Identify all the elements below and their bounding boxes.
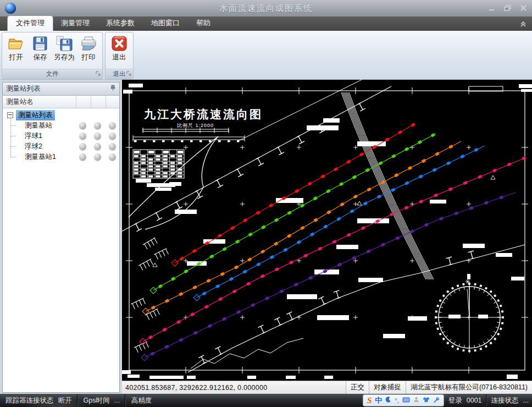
titlebar: 水面流速流向成图系统 bbox=[0, 0, 532, 17]
save-as-icon bbox=[56, 35, 73, 52]
led-indicator bbox=[94, 122, 101, 129]
svg-text:九江大桥流速流向图: 九江大桥流速流向图 bbox=[143, 108, 263, 120]
ribbon: 打开保存另存为打印文件退出退出 bbox=[0, 31, 532, 80]
button-label: 保存 bbox=[34, 53, 47, 62]
pushpin-icon[interactable] bbox=[110, 85, 116, 93]
keyboard-icon[interactable] bbox=[402, 397, 410, 404]
status-leds bbox=[79, 143, 116, 150]
osnap-toggle[interactable]: 对象捕捉 bbox=[369, 381, 406, 394]
connection-label: 连接状态 bbox=[491, 396, 519, 405]
save-as-button[interactable]: 另存为 bbox=[52, 34, 76, 69]
tab-3[interactable]: 系统参数 bbox=[98, 16, 143, 31]
print-button[interactable]: 打印 bbox=[76, 34, 101, 69]
led-indicator bbox=[94, 133, 101, 140]
flow-line-3 bbox=[142, 141, 461, 315]
login-label: 登录 bbox=[448, 396, 462, 405]
moon-icon[interactable] bbox=[385, 397, 391, 405]
status-leds bbox=[79, 133, 116, 140]
led-indicator bbox=[79, 143, 86, 150]
open-folder-icon bbox=[7, 35, 25, 52]
column-3[interactable] bbox=[106, 96, 119, 108]
led-indicator bbox=[94, 153, 101, 161]
minimize-button[interactable] bbox=[489, 6, 495, 12]
tree-item-2[interactable]: 浮球1 bbox=[3, 131, 119, 141]
tab-1[interactable]: 文件管理 bbox=[8, 16, 53, 31]
panel-title: 测量站列表 bbox=[6, 84, 41, 94]
group-label: 退出 bbox=[106, 69, 133, 79]
sogou-icon[interactable]: S bbox=[367, 396, 372, 405]
dialog-launcher-icon[interactable] bbox=[96, 70, 101, 77]
ortho-toggle[interactable]: 正交 bbox=[346, 381, 369, 394]
station-tree: 测量站列表测量基站浮球1浮球2测量基站1 bbox=[3, 108, 119, 392]
open-folder-button[interactable]: 打开 bbox=[4, 34, 28, 69]
print-icon bbox=[80, 35, 97, 52]
window-controls bbox=[489, 5, 527, 12]
connection-value: ... bbox=[523, 397, 529, 404]
menu-tabbar: 文件管理测量管理系统参数地图窗口帮助 bbox=[0, 16, 532, 31]
led-indicator bbox=[79, 153, 86, 161]
wrench-icon[interactable] bbox=[433, 397, 440, 405]
statusbar-segment-2: Gps时间... bbox=[77, 394, 125, 407]
punctuation-icon[interactable]: °, bbox=[395, 397, 398, 404]
list-column-header: 测量站名 bbox=[3, 96, 119, 108]
button-label: 打开 bbox=[9, 53, 23, 62]
company-label: 湖北蓝宇航标有限公司(0716-8320811) bbox=[406, 381, 532, 394]
led-indicator bbox=[109, 133, 116, 140]
led-indicator bbox=[109, 122, 116, 129]
ime-toolbar[interactable]: S 中 °, bbox=[363, 394, 444, 406]
status-leds bbox=[79, 122, 116, 129]
button-label: 打印 bbox=[82, 53, 96, 62]
login-value: 0001 bbox=[467, 397, 482, 404]
column-2[interactable] bbox=[91, 96, 106, 108]
chinese-mode-icon[interactable]: 中 bbox=[375, 395, 382, 405]
skin-icon[interactable] bbox=[423, 397, 430, 404]
window-title: 水面流速流向成图系统 bbox=[0, 3, 532, 14]
app-statusbar: 跟踪器连接状态断开Gps时间...高精度 S 中 °, 登录 0001 bbox=[0, 394, 532, 407]
group-label: 文件 bbox=[2, 69, 102, 79]
restore-button[interactable] bbox=[504, 5, 511, 12]
statusbar-segment-1: 跟踪器连接状态断开 bbox=[0, 394, 77, 407]
exit-icon bbox=[110, 35, 128, 52]
button-label: 另存为 bbox=[54, 53, 75, 62]
ribbon-collapse-icon[interactable] bbox=[520, 20, 527, 30]
column-station-name[interactable]: 测量站名 bbox=[3, 96, 76, 108]
statusbar-divider bbox=[486, 394, 487, 406]
statusbar-segment-3: 高精度 bbox=[125, 394, 158, 407]
map-viewport[interactable]: 九江大桥流速流向图比例尺 1:2000 bbox=[122, 80, 532, 381]
save-button[interactable]: 保存 bbox=[28, 34, 52, 69]
flow-line-6 bbox=[141, 193, 516, 361]
person-icon[interactable] bbox=[413, 397, 419, 404]
statusbar-right: S 中 °, 登录 0001 连接状态 ... bbox=[363, 394, 532, 406]
tab-2[interactable]: 测量管理 bbox=[53, 16, 98, 31]
led-indicator bbox=[94, 143, 101, 150]
station-panel: 测量站列表 测量站名 测量站列表测量基站浮球1浮球2测量基站1 bbox=[2, 82, 120, 393]
tree-item-3[interactable]: 浮球2 bbox=[3, 141, 119, 152]
svg-text:比例尺 1:2000: 比例尺 1:2000 bbox=[177, 123, 214, 128]
tab-5[interactable]: 帮助 bbox=[188, 16, 219, 31]
led-indicator bbox=[79, 122, 86, 129]
tree-item-4[interactable]: 测量基站1 bbox=[3, 152, 119, 162]
exit-button[interactable]: 退出 bbox=[107, 34, 131, 69]
status-leds bbox=[79, 153, 116, 161]
ribbon-group-2: 退出退出 bbox=[105, 32, 134, 79]
column-1[interactable] bbox=[76, 96, 91, 108]
map-canvas[interactable]: 九江大桥流速流向图比例尺 1:2000 bbox=[122, 80, 532, 381]
panel-header: 测量站列表 bbox=[3, 82, 119, 96]
button-label: 退出 bbox=[113, 53, 126, 62]
cursor-coordinates: 402051.853687, 3292622.912162, 0.000000 bbox=[122, 381, 346, 394]
led-indicator bbox=[79, 133, 86, 140]
tree-item-1[interactable]: 测量基站 bbox=[3, 120, 119, 131]
tab-4[interactable]: 地图窗口 bbox=[143, 16, 188, 31]
sidebar: 测量站列表 测量站名 测量站列表测量基站浮球1浮球2测量基站1 bbox=[0, 80, 122, 394]
app-window: 水面流速流向成图系统 文件管理测量管理系统参数地图窗口帮助 打开保存另存为打印文… bbox=[0, 0, 532, 407]
led-indicator bbox=[109, 143, 116, 150]
dialog-launcher-icon[interactable] bbox=[126, 70, 131, 77]
close-button[interactable] bbox=[520, 5, 527, 12]
save-icon bbox=[31, 35, 49, 52]
tree-root[interactable]: 测量站列表 bbox=[3, 110, 119, 120]
ribbon-group-1: 打开保存另存为打印文件 bbox=[2, 32, 103, 79]
map-statusbar: 402051.853687, 3292622.912162, 0.000000 … bbox=[122, 381, 532, 394]
led-indicator bbox=[109, 153, 116, 161]
